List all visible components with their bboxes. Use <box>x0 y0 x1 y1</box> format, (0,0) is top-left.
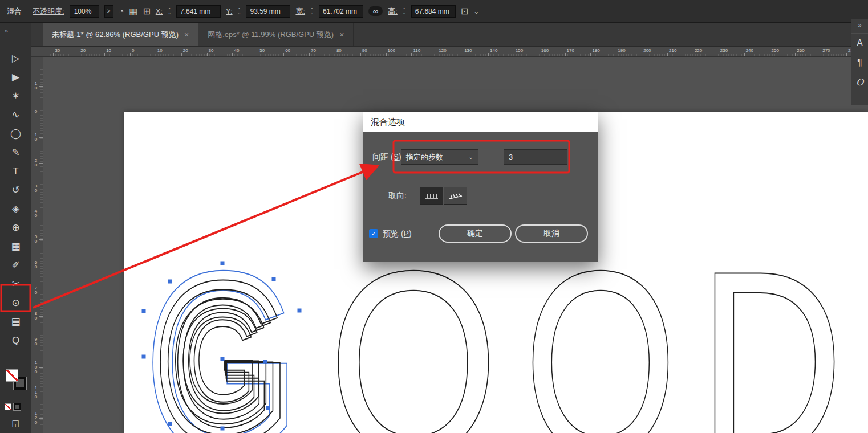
tab-untitled-1[interactable]: 未标题-1* @ 62.86% (RGB/GPU 预览) × <box>43 23 198 46</box>
opacity-dropdown-button[interactable]: > <box>104 5 113 18</box>
anchor-point[interactable] <box>298 309 302 313</box>
dock-expand-icon[interactable]: » <box>851 19 868 34</box>
recolor-artwork-icon[interactable]: ◔ <box>119 6 124 17</box>
ruler-h-label: 130 <box>464 48 472 53</box>
orientation-align-path-button[interactable] <box>444 187 467 205</box>
x-field-label[interactable]: X: <box>156 7 163 15</box>
symbol-sprayer-tool[interactable]: ▤ <box>0 314 31 330</box>
rotate-tool[interactable]: ↺ <box>0 183 31 199</box>
ruler-h-label: 270 <box>822 48 830 53</box>
fill-color-swatch[interactable] <box>6 369 18 382</box>
opacity-value[interactable]: 100% <box>70 5 99 18</box>
spacing-label: 间距 (S): <box>372 152 403 162</box>
ruler-h-label: 210 <box>669 48 676 53</box>
height-field-label[interactable]: 高: <box>388 6 398 17</box>
steps-input[interactable] <box>504 149 567 165</box>
spacing-row: 间距 (S): 指定的步数 ⌄ <box>363 149 598 165</box>
ruler-h-label: 260 <box>797 48 804 53</box>
zoom-tool[interactable]: Q <box>0 333 31 349</box>
anchor-point[interactable] <box>272 277 276 281</box>
ruler-h-label: 70 <box>311 48 316 53</box>
height-input[interactable] <box>411 5 456 18</box>
tab-grid-eps[interactable]: 网格.eps* @ 11.99% (RGB/GPU 预览) × <box>198 23 354 46</box>
ruler-h-label: 200 <box>643 48 651 53</box>
anchor-point[interactable] <box>266 406 270 410</box>
ruler-h-label: 10 <box>106 48 111 53</box>
ruler-h-label: 230 <box>720 48 728 53</box>
opentype-panel[interactable]: O <box>851 72 868 92</box>
ruler-h-label: 240 <box>746 48 753 53</box>
blend-tool[interactable]: ⊙ <box>0 296 31 312</box>
eraser-tool[interactable]: ◈ <box>0 202 31 218</box>
paragraph-panel[interactable]: ¶ <box>851 53 868 72</box>
drawing-mode-icon[interactable]: ◱ <box>0 418 31 428</box>
preview-label: 预览 (P) <box>383 229 412 239</box>
ruler-h-label: 100 <box>388 48 395 53</box>
fill-none-swatch[interactable] <box>5 403 11 410</box>
ok-button[interactable]: 确定 <box>439 224 512 243</box>
ruler-h-label: 250 <box>772 48 779 53</box>
width-stepper[interactable]: ⌃⌄ <box>310 8 314 15</box>
reference-point-icon[interactable]: ⊞ <box>143 6 150 17</box>
ruler-h-label: 90 <box>362 48 367 53</box>
anchor-point[interactable] <box>263 360 267 364</box>
opacity-label[interactable]: 不透明度: <box>33 6 64 17</box>
shape-builder-tool[interactable]: ⊕ <box>0 220 31 236</box>
right-panel-dock: » A ¶ O <box>851 19 868 105</box>
ruler-origin-corner <box>31 47 43 57</box>
close-icon[interactable]: × <box>184 30 189 39</box>
ruler-h-label: 20 <box>80 48 86 53</box>
align-to-path-icon <box>448 191 463 201</box>
paintbrush-tool[interactable]: ✎ <box>0 145 31 161</box>
ruler-h-label: 140 <box>490 48 497 53</box>
ruler-horizontal: 3020100102030405060708090100110120130140… <box>43 47 868 57</box>
anchor-point[interactable] <box>221 357 225 361</box>
stroke-small-swatch[interactable] <box>14 403 21 410</box>
anchor-point[interactable] <box>168 280 172 284</box>
spacing-dropdown[interactable]: 指定的步数 ⌄ <box>401 149 478 165</box>
orientation-align-page-button[interactable] <box>420 187 443 205</box>
cancel-button[interactable]: 取消 <box>515 224 588 243</box>
ruler-h-label: 0 <box>132 48 134 53</box>
anchor-point[interactable] <box>221 427 225 431</box>
toolbar: » ◱ ▷▶✶∿◯✎T↺◈⊕▦✐✂⊙▤Q <box>0 23 31 433</box>
width-field-label[interactable]: 宽: <box>295 6 305 17</box>
orientation-label: 取向: <box>388 191 407 201</box>
dialog-title[interactable]: 混合选项 <box>363 112 598 132</box>
ruler-h-label: 180 <box>592 48 599 53</box>
more-options-chevron-icon[interactable]: ⌄ <box>473 7 479 15</box>
ruler-h-label: 20 <box>183 48 188 53</box>
ellipse-tool[interactable]: ◯ <box>0 126 31 142</box>
eyedropper-tool[interactable]: ✐ <box>0 258 31 274</box>
magic-wand-tool[interactable]: ✶ <box>0 89 31 105</box>
selection-tool[interactable]: ▷ <box>0 51 31 67</box>
mesh-tool[interactable]: ▦ <box>0 239 31 255</box>
x-stepper[interactable]: ⌃⌄ <box>168 8 171 15</box>
ruler-h-label: 190 <box>618 48 625 53</box>
type-tool[interactable]: T <box>0 164 31 180</box>
toolbar-collapse-icon[interactable]: » <box>5 27 8 34</box>
link-dimensions-icon[interactable]: ∞ <box>368 6 383 16</box>
anchor-point[interactable] <box>142 355 146 359</box>
ruler-h-label: 160 <box>541 48 549 53</box>
document-tab-bar: 未标题-1* @ 62.86% (RGB/GPU 预览) × 网格.eps* @… <box>31 23 868 47</box>
ruler-h-label: 50 <box>259 48 265 53</box>
scissors-tool[interactable]: ✂ <box>0 277 31 293</box>
grid-options-icon[interactable]: ▦ <box>129 6 137 17</box>
anchor-point[interactable] <box>221 262 225 265</box>
close-icon[interactable]: × <box>339 30 344 39</box>
lasso-tool[interactable]: ∿ <box>0 108 31 124</box>
ruler-vertical: 100102030405060708090100110120 <box>31 57 43 433</box>
transform-options-icon[interactable]: ⊡ <box>461 6 468 17</box>
y-field-label[interactable]: Y: <box>226 7 233 15</box>
anchor-point[interactable] <box>168 422 172 426</box>
anchor-point[interactable] <box>142 309 146 313</box>
y-input[interactable] <box>246 5 290 18</box>
y-stepper[interactable]: ⌃⌄ <box>238 8 241 15</box>
width-input[interactable] <box>319 5 363 18</box>
x-input[interactable] <box>176 5 221 18</box>
direct-selection-tool[interactable]: ▶ <box>0 70 31 86</box>
character-panel[interactable]: A <box>851 34 868 53</box>
preview-checkbox[interactable]: ✓ <box>369 229 378 238</box>
height-stepper[interactable]: ⌃⌄ <box>403 8 406 15</box>
